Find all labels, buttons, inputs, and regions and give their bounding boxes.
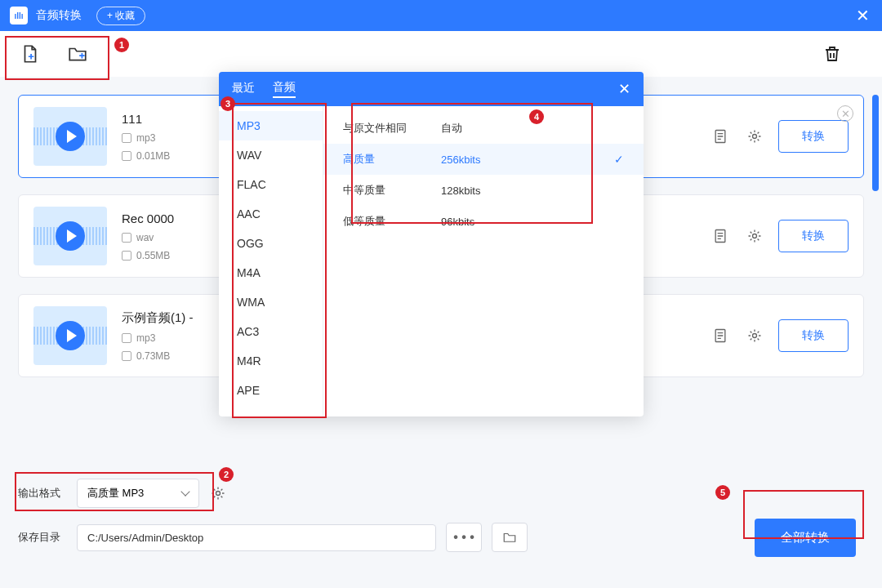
convert-button[interactable]: 转换 — [778, 220, 849, 252]
svg-point-5 — [753, 334, 757, 338]
annotation-marker-1: 1 — [114, 38, 129, 52]
format-item-wav[interactable]: WAV — [219, 140, 323, 170]
output-format-label: 输出格式 — [18, 486, 67, 501]
file-size: 0.55MB — [136, 250, 170, 261]
app-logo-icon: ıllı — [10, 7, 28, 24]
file-size: 0.01MB — [136, 150, 170, 162]
file-thumbnail — [33, 306, 107, 365]
bottom-bar: 输出格式 高质量 MP3 保存目录 • • • 全部转换 — [0, 464, 882, 588]
remove-file-button[interactable]: ✕ — [837, 105, 853, 122]
file-size: 0.73MB — [136, 350, 170, 362]
convert-button[interactable]: 转换 — [778, 319, 849, 352]
play-button[interactable] — [56, 122, 85, 151]
file-info-button[interactable] — [710, 225, 731, 247]
file-settings-button[interactable] — [744, 225, 765, 247]
document-icon — [712, 228, 728, 244]
chevron-down-icon — [180, 487, 189, 496]
convert-all-button[interactable]: 全部转换 — [755, 519, 856, 557]
tab-audio[interactable]: 音频 — [273, 80, 296, 98]
file-settings-button[interactable] — [744, 126, 765, 147]
annotation-marker-4: 4 — [529, 109, 544, 124]
svg-point-1 — [753, 135, 757, 139]
file-size-icon — [122, 251, 131, 261]
titlebar: ıllı 音频转换 + 收藏 ✕ — [0, 0, 882, 31]
play-button[interactable] — [56, 221, 85, 251]
file-thumbnail — [33, 207, 107, 265]
document-icon — [712, 128, 728, 145]
document-icon — [712, 327, 728, 344]
gear-icon — [210, 485, 226, 501]
file-thumbnail — [33, 107, 107, 166]
gear-icon — [746, 327, 763, 344]
quality-label: 与原文件相同 — [343, 121, 441, 136]
file-ext: mp3 — [136, 332, 155, 344]
format-item-ogg[interactable]: OGG — [219, 229, 323, 258]
play-button[interactable] — [56, 321, 85, 350]
annotation-marker-2: 2 — [219, 467, 234, 482]
svg-point-6 — [216, 492, 220, 496]
convert-button[interactable]: 转换 — [778, 120, 849, 153]
app-title: 音频转换 — [36, 8, 82, 23]
format-item-ape[interactable]: APE — [219, 376, 323, 405]
svg-point-3 — [753, 234, 757, 238]
format-popup: 最近 音频 ✕ MP3 WAV FLAC AAC OGG M4A WMA AC3… — [219, 72, 644, 416]
browse-folder-button[interactable] — [492, 523, 528, 552]
trash-icon — [822, 44, 842, 64]
quality-rate: 128kbits — [441, 185, 539, 197]
quality-label: 低等质量 — [343, 214, 441, 229]
format-item-aac[interactable]: AAC — [219, 199, 323, 229]
quality-list: 与原文件相同 自动 高质量 256kbits ✓ 中等质量 128kbits 低… — [323, 106, 644, 416]
file-ext: mp3 — [136, 132, 155, 144]
quality-rate: 自动 — [441, 121, 539, 136]
gear-icon — [746, 128, 763, 145]
add-file-button[interactable] — [16, 40, 44, 68]
format-item-m4r[interactable]: M4R — [219, 346, 323, 376]
format-item-mp3[interactable]: MP3 — [219, 111, 323, 140]
save-dir-label: 保存目录 — [18, 530, 67, 545]
file-info-button[interactable] — [710, 325, 731, 346]
file-size-icon — [122, 351, 131, 361]
popup-header: 最近 音频 ✕ — [219, 72, 644, 106]
quality-rate: 96kbits — [441, 216, 539, 228]
format-item-ac3[interactable]: AC3 — [219, 317, 323, 346]
scrollbar[interactable] — [872, 95, 879, 191]
file-type-icon — [122, 333, 131, 343]
more-path-button[interactable]: • • • — [446, 523, 482, 552]
file-info-button[interactable] — [710, 126, 731, 147]
quality-row-same[interactable]: 与原文件相同 自动 — [323, 113, 644, 144]
gear-icon — [746, 228, 763, 244]
folder-icon — [502, 530, 517, 545]
favorite-button[interactable]: + 收藏 — [96, 7, 145, 25]
tab-recent[interactable]: 最近 — [232, 81, 255, 97]
popup-close-button[interactable]: ✕ — [618, 80, 630, 98]
check-icon: ✓ — [614, 153, 624, 166]
file-ext: wav — [136, 232, 154, 243]
quality-row-low[interactable]: 低等质量 96kbits — [323, 206, 644, 237]
file-settings-button[interactable] — [744, 325, 765, 346]
output-format-value: 高质量 MP3 — [87, 486, 144, 501]
format-item-m4a[interactable]: M4A — [219, 258, 323, 287]
delete-all-button[interactable] — [818, 40, 846, 68]
output-settings-button[interactable] — [209, 484, 227, 502]
annotation-marker-3: 3 — [220, 96, 235, 111]
quality-label: 中等质量 — [343, 183, 441, 198]
format-item-wma[interactable]: WMA — [219, 287, 323, 317]
format-item-flac[interactable]: FLAC — [219, 170, 323, 199]
file-size-icon — [122, 151, 131, 161]
quality-rate: 256kbits — [441, 154, 539, 166]
format-list: MP3 WAV FLAC AAC OGG M4A WMA AC3 M4R APE — [219, 106, 323, 416]
add-folder-icon — [67, 43, 88, 65]
window-close-button[interactable]: ✕ — [853, 6, 872, 25]
file-type-icon — [122, 233, 131, 243]
save-path-input[interactable] — [77, 524, 436, 551]
file-type-icon — [122, 133, 131, 143]
quality-row-medium[interactable]: 中等质量 128kbits — [323, 175, 644, 206]
quality-row-high[interactable]: 高质量 256kbits ✓ — [323, 144, 644, 175]
toolbar — [0, 31, 882, 77]
quality-label: 高质量 — [343, 152, 441, 167]
add-folder-button[interactable] — [64, 40, 91, 68]
output-format-select[interactable]: 高质量 MP3 — [77, 479, 199, 508]
annotation-marker-5: 5 — [715, 485, 730, 500]
add-file-icon — [20, 43, 41, 65]
